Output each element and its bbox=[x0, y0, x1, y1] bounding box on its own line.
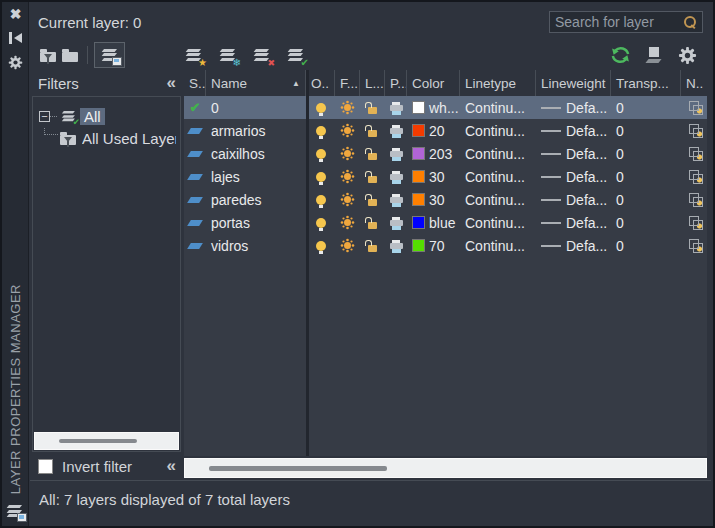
layer-lock-icon[interactable] bbox=[368, 176, 377, 183]
search-input[interactable] bbox=[555, 14, 684, 30]
layer-plot-icon[interactable] bbox=[390, 197, 403, 203]
new-vp-freeze-icon[interactable] bbox=[689, 147, 703, 160]
layer-freeze-icon[interactable] bbox=[344, 127, 351, 134]
layer-lock-icon[interactable] bbox=[368, 130, 377, 137]
layer-on-icon[interactable] bbox=[316, 103, 326, 113]
layer-linetype[interactable]: Continu... bbox=[460, 234, 536, 257]
settings-button[interactable] bbox=[675, 42, 700, 68]
delete-layer-button[interactable]: ✖ bbox=[249, 42, 274, 68]
table-row[interactable]: portas blue Continu... Defa... 0 bbox=[184, 211, 707, 234]
col-header-name[interactable]: Name▲ bbox=[206, 70, 306, 96]
layer-plot-icon[interactable] bbox=[390, 243, 403, 249]
layer-transparency[interactable]: 0 bbox=[611, 142, 681, 165]
col-header-lineweight[interactable]: Lineweight bbox=[536, 70, 611, 96]
table-row[interactable]: ✔ 0 wh... Continu... Defa... 0 bbox=[184, 96, 707, 119]
new-vp-freeze-icon[interactable] bbox=[689, 239, 703, 252]
col-header-linetype[interactable]: Linetype bbox=[460, 70, 536, 96]
table-row[interactable]: caixilhos 203 Continu... Defa... 0 bbox=[184, 142, 707, 165]
layer-states-manager-button[interactable] bbox=[94, 42, 125, 68]
layer-linetype[interactable]: Continu... bbox=[460, 211, 536, 234]
refresh-button[interactable] bbox=[607, 42, 634, 68]
layer-plot-icon[interactable] bbox=[390, 174, 403, 180]
layer-lineweight[interactable]: Defa... bbox=[536, 142, 611, 165]
table-row[interactable]: armarios 20 Continu... Defa... 0 bbox=[184, 119, 707, 142]
layer-transparency[interactable]: 0 bbox=[611, 234, 681, 257]
col-header-on[interactable]: O.. bbox=[306, 70, 335, 96]
filter-all-used-label[interactable]: All Used Layers bbox=[82, 130, 176, 147]
color-swatch[interactable] bbox=[412, 147, 425, 160]
layer-plot-icon[interactable] bbox=[390, 220, 403, 226]
layer-lock-icon[interactable] bbox=[368, 199, 377, 206]
layer-lineweight[interactable]: Defa... bbox=[536, 96, 611, 119]
layer-on-icon[interactable] bbox=[316, 126, 326, 136]
new-layer-button[interactable]: ★ bbox=[181, 42, 206, 68]
layer-freeze-icon[interactable] bbox=[344, 173, 351, 180]
layer-lineweight[interactable]: Defa... bbox=[536, 119, 611, 142]
layer-name[interactable]: vidros bbox=[206, 234, 306, 257]
layer-lineweight[interactable]: Defa... bbox=[536, 165, 611, 188]
palette-properties-button[interactable] bbox=[2, 50, 29, 74]
color-swatch[interactable] bbox=[412, 239, 425, 252]
col-header-freeze[interactable]: F... bbox=[335, 70, 360, 96]
layer-color[interactable]: 20 bbox=[407, 119, 460, 142]
new-vp-freeze-icon[interactable] bbox=[689, 170, 703, 183]
layer-on-icon[interactable] bbox=[316, 195, 326, 205]
col-header-new-vp-freeze[interactable]: N.. bbox=[681, 70, 710, 96]
scrollbar-thumb[interactable] bbox=[209, 466, 387, 471]
col-header-plot[interactable]: P... bbox=[385, 70, 407, 96]
layer-on-icon[interactable] bbox=[316, 241, 326, 251]
layer-transparency[interactable]: 0 bbox=[611, 165, 681, 188]
close-button[interactable]: ✖ bbox=[2, 2, 29, 26]
layer-lineweight[interactable]: Defa... bbox=[536, 211, 611, 234]
auto-hide-button[interactable] bbox=[2, 26, 29, 50]
new-vp-freeze-icon[interactable] bbox=[689, 124, 703, 137]
layer-linetype[interactable]: Continu... bbox=[460, 165, 536, 188]
layer-freeze-icon[interactable] bbox=[344, 242, 351, 249]
layer-name[interactable]: 0 bbox=[206, 96, 306, 119]
invert-filter-checkbox[interactable] bbox=[38, 459, 53, 474]
filters-horizontal-scrollbar[interactable] bbox=[34, 432, 179, 450]
layer-freeze-icon[interactable] bbox=[344, 219, 351, 226]
layer-plot-icon[interactable] bbox=[390, 105, 403, 111]
layer-fade-override-button[interactable] bbox=[642, 42, 667, 68]
col-header-lock[interactable]: L... bbox=[360, 70, 385, 96]
layer-on-icon[interactable] bbox=[316, 149, 326, 159]
new-vp-freeze-icon[interactable] bbox=[689, 193, 703, 206]
table-horizontal-scrollbar[interactable] bbox=[184, 458, 707, 478]
layer-freeze-icon[interactable] bbox=[344, 104, 351, 111]
layer-color[interactable]: 203 bbox=[407, 142, 460, 165]
layer-lock-icon[interactable] bbox=[368, 107, 377, 114]
color-swatch[interactable] bbox=[412, 170, 425, 183]
layer-search-box[interactable] bbox=[549, 11, 703, 33]
scrollbar-thumb[interactable] bbox=[59, 439, 137, 443]
table-row[interactable]: vidros 70 Continu... Defa... 0 bbox=[184, 234, 707, 257]
collapse-filters-button[interactable]: « bbox=[167, 73, 174, 93]
new-vp-freeze-icon[interactable] bbox=[689, 216, 703, 229]
layer-name[interactable]: portas bbox=[206, 211, 306, 234]
set-current-button[interactable]: ✔ bbox=[283, 42, 308, 68]
color-swatch[interactable] bbox=[412, 101, 425, 114]
col-header-transparency[interactable]: Transp... bbox=[611, 70, 681, 96]
layer-name[interactable]: paredes bbox=[206, 188, 306, 211]
layer-lock-icon[interactable] bbox=[368, 222, 377, 229]
layer-name[interactable]: caixilhos bbox=[206, 142, 306, 165]
filter-tree-item-all-used[interactable]: All Used Layers bbox=[39, 127, 176, 149]
layer-color[interactable]: 30 bbox=[407, 165, 460, 188]
layer-linetype[interactable]: Continu... bbox=[460, 188, 536, 211]
table-row[interactable]: paredes 30 Continu... Defa... 0 bbox=[184, 188, 707, 211]
layer-name[interactable]: lajes bbox=[206, 165, 306, 188]
col-header-status[interactable]: S.. bbox=[184, 70, 206, 96]
layer-linetype[interactable]: Continu... bbox=[460, 142, 536, 165]
tree-collapse-icon[interactable]: − bbox=[39, 111, 50, 122]
new-group-filter-button[interactable] bbox=[59, 42, 81, 68]
layer-plot-icon[interactable] bbox=[390, 128, 403, 134]
table-row[interactable]: lajes 30 Continu... Defa... 0 bbox=[184, 165, 707, 188]
layer-lineweight[interactable]: Defa... bbox=[536, 234, 611, 257]
color-swatch[interactable] bbox=[412, 193, 425, 206]
layer-color[interactable]: blue bbox=[407, 211, 460, 234]
col-header-color[interactable]: Color bbox=[407, 70, 460, 96]
layer-linetype[interactable]: Continu... bbox=[460, 119, 536, 142]
layer-lock-icon[interactable] bbox=[368, 153, 377, 160]
layer-plot-icon[interactable] bbox=[390, 151, 403, 157]
new-property-filter-button[interactable] bbox=[37, 42, 59, 68]
